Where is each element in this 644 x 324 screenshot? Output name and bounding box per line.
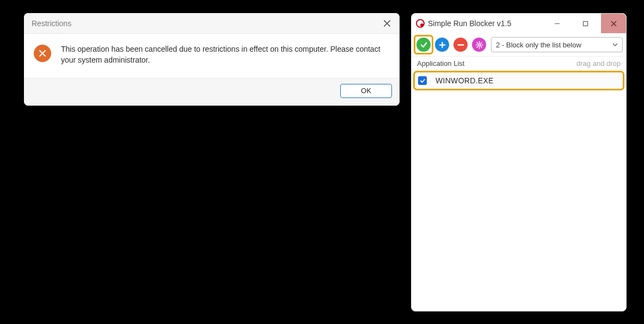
- chevron-down-icon: [612, 42, 618, 47]
- gear-icon: [472, 38, 486, 52]
- minimize-icon: [554, 21, 560, 27]
- add-button[interactable]: [433, 36, 451, 53]
- svg-rect-0: [583, 21, 587, 26]
- restrictions-dialog: Restrictions This operation has been can…: [24, 13, 400, 106]
- close-icon: [611, 21, 617, 27]
- minus-icon: [453, 38, 468, 52]
- maximize-button[interactable]: [573, 14, 598, 33]
- dialog-message: This operation has been cancelled due to…: [61, 44, 384, 66]
- dialog-footer: OK: [24, 78, 400, 106]
- svg-point-1: [478, 44, 480, 46]
- dialog-body: This operation has been cancelled due to…: [24, 34, 400, 78]
- simple-run-blocker-window: Simple Run Blocker v1.5: [411, 13, 627, 311]
- remove-button[interactable]: [452, 36, 469, 53]
- list-item-checkbox[interactable]: [418, 76, 427, 85]
- maximize-icon: [582, 21, 588, 27]
- list-item[interactable]: WINWORD.EXE: [415, 72, 623, 89]
- check-icon: [420, 78, 426, 84]
- error-icon: [34, 45, 51, 62]
- dialog-titlebar: Restrictions: [24, 13, 400, 34]
- list-item-label: WINWORD.EXE: [432, 76, 494, 85]
- apply-button[interactable]: [415, 36, 432, 53]
- dialog-close-button[interactable]: [382, 19, 392, 28]
- list-header: Application List drag and drop: [412, 56, 626, 70]
- toolbar: 2 - Block only the list below: [412, 33, 626, 56]
- settings-button[interactable]: [470, 36, 488, 53]
- app-title: Simple Run Blocker v1.5: [428, 19, 541, 28]
- window-close-button[interactable]: [601, 14, 626, 33]
- mode-select[interactable]: 2 - Block only the list below: [491, 37, 623, 52]
- app-icon: [416, 19, 425, 28]
- list-hint: drag and drop: [576, 59, 621, 68]
- plus-icon: [435, 38, 449, 52]
- application-list[interactable]: WINWORD.EXE: [412, 70, 626, 311]
- close-icon: [382, 19, 392, 28]
- mode-select-value: 2 - Block only the list below: [496, 41, 581, 49]
- dialog-title: Restrictions: [32, 19, 71, 28]
- check-icon: [416, 38, 431, 52]
- app-titlebar: Simple Run Blocker v1.5: [412, 14, 626, 33]
- list-header-label: Application List: [417, 59, 464, 68]
- minimize-button[interactable]: [544, 14, 569, 33]
- ok-button[interactable]: OK: [340, 84, 392, 98]
